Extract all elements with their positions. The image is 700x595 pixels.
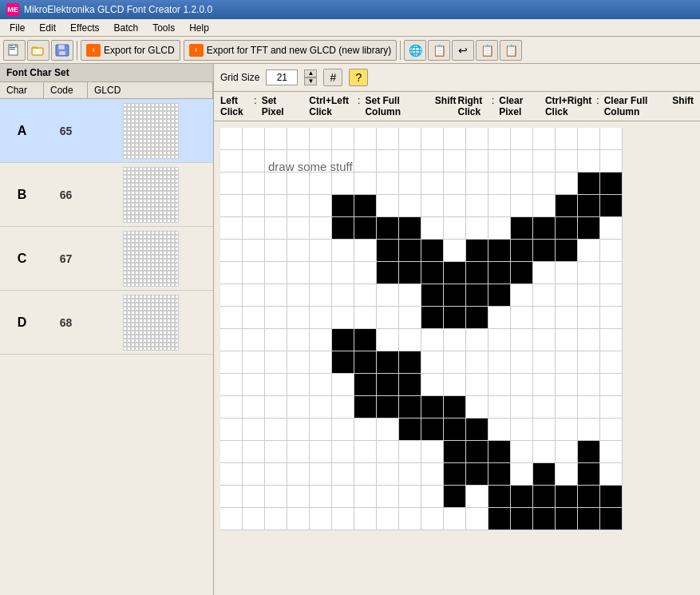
pixel-cell-10-6[interactable]	[354, 351, 377, 374]
pixel-cell-4-0[interactable]	[220, 217, 243, 240]
pixel-cell-1-4[interactable]	[310, 150, 332, 173]
pixel-cell-8-3[interactable]	[287, 307, 310, 329]
pixel-cell-15-8[interactable]	[399, 463, 421, 486]
pixel-cell-4-5[interactable]	[332, 217, 354, 240]
pixel-cell-7-14[interactable]	[533, 284, 556, 307]
pixel-cell-13-8[interactable]	[399, 418, 421, 441]
pixel-cell-3-0[interactable]	[220, 195, 243, 217]
pixel-cell-17-15[interactable]	[556, 508, 578, 530]
pixel-cell-2-13[interactable]	[511, 173, 533, 195]
pixel-cell-6-3[interactable]	[287, 262, 310, 284]
pixel-cell-0-6[interactable]	[354, 128, 377, 150]
pixel-cell-4-13[interactable]	[511, 217, 533, 240]
pixel-cell-14-1[interactable]	[243, 441, 265, 463]
pixel-cell-5-6[interactable]	[354, 240, 377, 262]
spin-down[interactable]: ▼	[304, 77, 317, 85]
pixel-cell-8-5[interactable]	[332, 307, 354, 329]
spin-up[interactable]: ▲	[304, 69, 317, 77]
pixel-cell-6-7[interactable]	[377, 262, 399, 284]
pixel-cell-14-12[interactable]	[488, 441, 511, 463]
pixel-cell-14-13[interactable]	[511, 441, 533, 463]
pixel-cell-11-6[interactable]	[354, 374, 377, 396]
pixel-cell-16-14[interactable]	[533, 486, 556, 508]
pixel-cell-17-6[interactable]	[354, 508, 377, 530]
pixel-cell-7-3[interactable]	[287, 284, 310, 307]
pixel-cell-14-11[interactable]	[466, 441, 488, 463]
pixel-cell-7-0[interactable]	[220, 284, 243, 307]
pixel-cell-15-6[interactable]	[354, 463, 377, 486]
pixel-cell-10-11[interactable]	[466, 351, 488, 374]
export-tft-button[interactable]: i Export for TFT and new GLCD (new libra…	[184, 40, 397, 61]
pixel-cell-9-6[interactable]	[354, 329, 377, 351]
pixel-cell-4-6[interactable]	[354, 217, 377, 240]
char-row-B[interactable]: B66	[0, 163, 213, 227]
pixel-cell-4-7[interactable]	[377, 217, 399, 240]
pixel-cell-16-3[interactable]	[287, 486, 310, 508]
pixel-cell-3-7[interactable]	[377, 195, 399, 217]
pixel-cell-12-6[interactable]	[354, 396, 377, 418]
pixel-cell-15-1[interactable]	[243, 463, 265, 486]
grid-size-spinner[interactable]: ▲ ▼	[304, 69, 317, 85]
pixel-cell-6-11[interactable]	[466, 262, 488, 284]
pixel-cell-11-17[interactable]	[600, 374, 623, 396]
help-button[interactable]: ?	[349, 69, 368, 86]
pixel-cell-9-3[interactable]	[287, 329, 310, 351]
pixel-cell-8-10[interactable]	[444, 307, 466, 329]
pixel-cell-10-3[interactable]	[287, 351, 310, 374]
pixel-cell-5-2[interactable]	[265, 240, 287, 262]
pixel-cell-8-7[interactable]	[377, 307, 399, 329]
pixel-cell-9-16[interactable]	[578, 329, 600, 351]
pixel-cell-13-2[interactable]	[265, 418, 287, 441]
pixel-cell-1-8[interactable]	[399, 150, 421, 173]
export-glcd-button[interactable]: i Export for GLCD	[81, 40, 180, 61]
pixel-cell-17-9[interactable]	[421, 508, 444, 530]
pixel-cell-12-2[interactable]	[265, 396, 287, 418]
pixel-cell-12-4[interactable]	[310, 396, 332, 418]
pixel-cell-17-8[interactable]	[399, 508, 421, 530]
pixel-cell-12-10[interactable]	[444, 396, 466, 418]
pixel-cell-5-14[interactable]	[533, 240, 556, 262]
pixel-cell-1-10[interactable]	[444, 150, 466, 173]
pixel-cell-8-1[interactable]	[243, 307, 265, 329]
pixel-cell-8-2[interactable]	[265, 307, 287, 329]
pixel-cell-16-5[interactable]	[332, 486, 354, 508]
pixel-cell-11-3[interactable]	[287, 374, 310, 396]
pixel-cell-0-3[interactable]	[287, 128, 310, 150]
pixel-cell-0-17[interactable]	[600, 128, 623, 150]
pixel-cell-3-5[interactable]	[332, 195, 354, 217]
pixel-cell-17-13[interactable]	[511, 508, 533, 530]
pixel-cell-16-11[interactable]	[466, 486, 488, 508]
pixel-cell-13-17[interactable]	[600, 418, 623, 441]
pixel-cell-8-15[interactable]	[556, 307, 578, 329]
pixel-cell-7-1[interactable]	[243, 284, 265, 307]
pixel-cell-1-1[interactable]	[243, 150, 265, 173]
pixel-cell-14-16[interactable]	[578, 441, 600, 463]
pixel-cell-5-11[interactable]	[466, 240, 488, 262]
pixel-cell-2-3[interactable]	[287, 173, 310, 195]
pixel-cell-7-7[interactable]	[377, 284, 399, 307]
pixel-cell-2-5[interactable]	[332, 173, 354, 195]
pixel-cell-6-0[interactable]	[220, 262, 243, 284]
pixel-cell-16-9[interactable]	[421, 486, 444, 508]
pixel-cell-17-2[interactable]	[265, 508, 287, 530]
pixel-cell-9-13[interactable]	[511, 329, 533, 351]
pixel-cell-5-5[interactable]	[332, 240, 354, 262]
pixel-cell-12-3[interactable]	[287, 396, 310, 418]
pixel-cell-6-6[interactable]	[354, 262, 377, 284]
pixel-cell-7-4[interactable]	[310, 284, 332, 307]
pixel-cell-15-17[interactable]	[600, 463, 623, 486]
pixel-cell-17-1[interactable]	[243, 508, 265, 530]
pixel-cell-0-4[interactable]	[310, 128, 332, 150]
pixel-cell-6-5[interactable]	[332, 262, 354, 284]
pixel-cell-8-4[interactable]	[310, 307, 332, 329]
pixel-cell-6-12[interactable]	[488, 262, 511, 284]
pixel-cell-6-13[interactable]	[511, 262, 533, 284]
pixel-cell-14-9[interactable]	[421, 441, 444, 463]
pixel-cell-10-4[interactable]	[310, 351, 332, 374]
pixel-cell-4-16[interactable]	[578, 217, 600, 240]
pixel-cell-2-2[interactable]	[265, 173, 287, 195]
pixel-cell-5-1[interactable]	[243, 240, 265, 262]
pixel-cell-11-14[interactable]	[533, 374, 556, 396]
pixel-cell-11-10[interactable]	[444, 374, 466, 396]
pixel-cell-0-15[interactable]	[556, 128, 578, 150]
